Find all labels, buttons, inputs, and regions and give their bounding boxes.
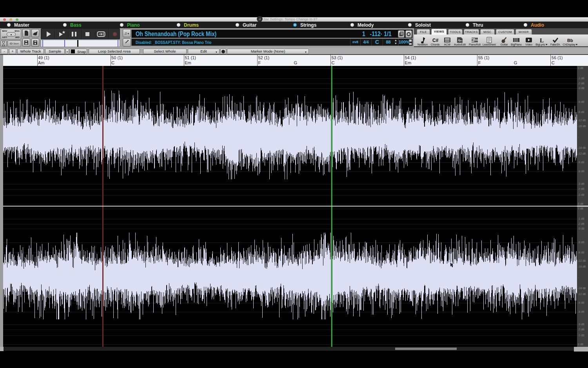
svg-text:C#: C# <box>432 38 439 43</box>
svg-text:Bb: Bb <box>567 38 573 43</box>
svg-text:L: L <box>540 37 544 44</box>
